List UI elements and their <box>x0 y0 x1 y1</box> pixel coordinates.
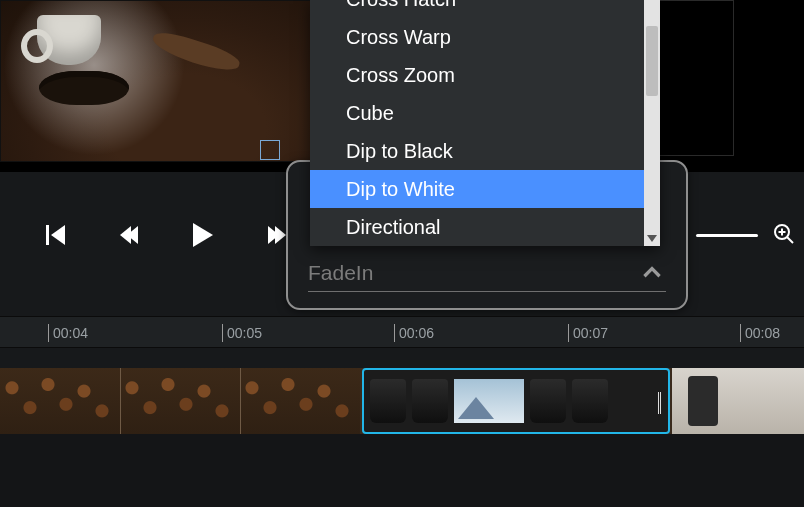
fast-forward-icon <box>270 226 284 244</box>
timeline-track[interactable] <box>0 368 804 434</box>
decor-mortar <box>39 71 129 105</box>
clip-selected[interactable] <box>362 368 670 434</box>
decor-carafe <box>370 379 406 423</box>
go-to-start-button[interactable] <box>40 220 70 250</box>
ruler-tick-label: 00:08 <box>745 325 780 341</box>
drop-target-indicator[interactable] <box>260 140 280 160</box>
ruler-tick-label: 00:04 <box>53 325 88 341</box>
ruler-tick: 00:05 <box>222 321 262 345</box>
collapse-button[interactable] <box>638 259 666 287</box>
decor-carafe <box>572 379 608 423</box>
chevron-up-icon <box>639 260 665 286</box>
transition-option[interactable]: Dip to Black <box>310 132 644 170</box>
clip-coffee-beans[interactable] <box>0 368 360 434</box>
playback-controls <box>40 215 292 255</box>
zoom-in-button[interactable] <box>772 222 796 246</box>
preview-frame-left <box>0 0 312 162</box>
skip-previous-icon <box>46 225 65 245</box>
ruler-tick-label: 00:07 <box>573 325 608 341</box>
svg-line-1 <box>787 237 793 243</box>
transition-list: Cross HatchCross WarpCross ZoomCubeDip t… <box>310 0 644 246</box>
transition-scrollbar[interactable] <box>644 0 660 246</box>
clip-trim-handle[interactable] <box>658 392 664 414</box>
decor-carafe <box>412 379 448 423</box>
scrollbar-thumb[interactable] <box>646 26 658 96</box>
transition-option[interactable]: Cross Warp <box>310 18 644 56</box>
transition-option[interactable]: Directional <box>310 208 644 246</box>
clip-thumbnails <box>370 380 650 422</box>
decor-spoon <box>150 28 242 77</box>
decor-cup <box>37 15 101 65</box>
transition-option[interactable]: Cross Zoom <box>310 56 644 94</box>
timeline-ruler[interactable]: 00:0400:0500:0600:0700:08 <box>0 316 804 348</box>
ruler-tick: 00:08 <box>740 321 780 345</box>
ruler-tick-label: 00:06 <box>399 325 434 341</box>
volume-slider[interactable] <box>696 234 758 237</box>
frame-divider <box>120 368 121 434</box>
frame-divider <box>240 368 241 434</box>
rewind-button[interactable] <box>114 220 144 250</box>
transition-search-row <box>308 254 666 292</box>
transition-search-input[interactable] <box>308 259 638 287</box>
decor-pour <box>688 376 718 426</box>
zoom-in-icon <box>772 222 796 246</box>
transition-option[interactable]: Dip to White <box>310 170 644 208</box>
transition-dropdown: Cross HatchCross WarpCross ZoomCubeDip t… <box>310 0 660 246</box>
empty-track-area[interactable] <box>0 434 804 507</box>
decor-carafe <box>530 379 566 423</box>
ruler-tick: 00:06 <box>394 321 434 345</box>
ruler-tick: 00:07 <box>568 321 608 345</box>
decor-mountains <box>454 379 524 423</box>
play-button[interactable] <box>188 220 218 250</box>
ruler-tick: 00:04 <box>48 321 88 345</box>
rewind-icon <box>122 226 136 244</box>
clip-pour[interactable] <box>672 368 804 434</box>
ruler-tick-label: 00:05 <box>227 325 262 341</box>
play-icon <box>193 223 213 247</box>
transition-option[interactable]: Cube <box>310 94 644 132</box>
scrollbar-down-button[interactable] <box>644 230 660 246</box>
